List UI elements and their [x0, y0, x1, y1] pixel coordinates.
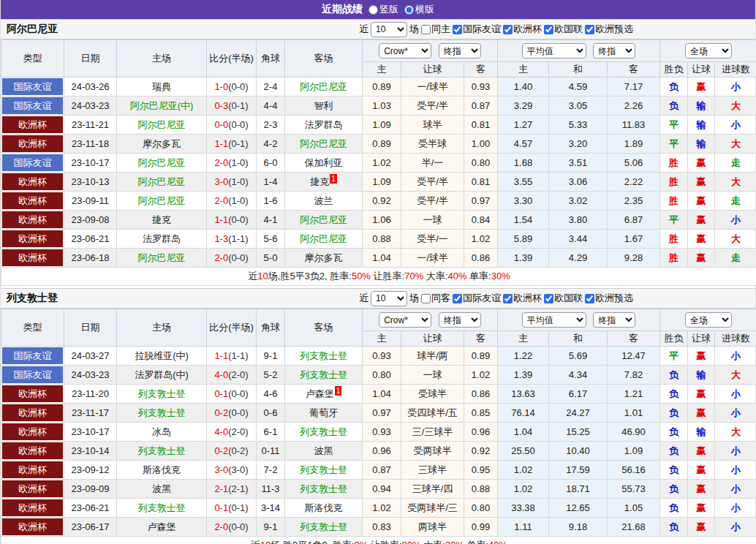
layout-option-vertical[interactable]: 竖版: [368, 3, 398, 16]
match-type-cell: 国际友谊: [1, 366, 64, 385]
half-time-score: (0-2): [228, 445, 248, 456]
comp-filter-nationsleague[interactable]: 欧国联: [544, 23, 583, 36]
same-venue-checkbox[interactable]: [421, 294, 431, 303]
scope-select[interactable]: 全场: [685, 312, 732, 328]
avg-home-odds: 25.50: [498, 442, 549, 461]
eurocup-checkbox[interactable]: [503, 294, 513, 303]
result-wdl: 负: [660, 404, 688, 423]
match-type-cell: 欧洲杯: [1, 404, 64, 423]
avg-draw-odds: 3.06: [549, 173, 608, 192]
competition-badge: 欧洲杯: [2, 385, 63, 402]
euroqualifier-checkbox[interactable]: [585, 294, 594, 303]
nationsleague-checkbox[interactable]: [544, 294, 553, 303]
odds-source-select[interactable]: Crow*: [379, 312, 431, 328]
home-odds: 0.93: [363, 423, 401, 442]
away-odds: 0.86: [464, 385, 498, 404]
handicap-line: 受平/半: [401, 97, 464, 116]
same-venue-checkbox[interactable]: [421, 25, 431, 34]
match-date: 23-11-20: [64, 385, 117, 404]
avg-stage-select[interactable]: 终指: [593, 312, 635, 328]
section-albania: 阿尔巴尼亚 近 10 场 同主 国际友谊 欧洲杯: [1, 19, 755, 286]
red-card-badge: 1: [330, 174, 337, 184]
summary-text: 大率:: [421, 540, 445, 544]
away-odds: 0.84: [464, 211, 498, 230]
top-bar: 近期战绩 竖版 横版: [1, 0, 755, 19]
comp-filter-euroqualifier[interactable]: 欧洲预选: [585, 292, 633, 305]
handicap-line: 一球: [401, 211, 464, 230]
result-wdl: 负: [660, 518, 688, 537]
col-result-goals: 进球数: [715, 62, 756, 78]
away-team-name: 法罗群岛: [305, 119, 343, 130]
avg-away-odds: 1.09: [608, 442, 660, 461]
summary-text: 近: [248, 271, 257, 282]
euroqualifier-checkbox[interactable]: [585, 25, 594, 34]
odds-stage-select[interactable]: 终指: [439, 43, 481, 58]
same-venue-label: 同客: [431, 292, 450, 305]
odds-stage-select[interactable]: 终指: [439, 312, 481, 328]
match-row: 国际友谊24-03-27拉脱维亚(中)1-1(1-1)9-1列支敦士登0.93球…: [1, 347, 756, 366]
corner-cell: 4-1: [257, 211, 285, 230]
match-date: 23-06-21: [64, 499, 117, 518]
result-group-header: 全场: [660, 309, 756, 331]
match-row: 欧洲杯23-11-17列支敦士登0-2(0-0)0-6葡萄牙0.97受四球半/五…: [1, 404, 756, 423]
friendly-checkbox[interactable]: [453, 25, 462, 34]
scope-select[interactable]: 全场: [685, 43, 732, 58]
avg-source-select[interactable]: 平均值: [522, 43, 586, 58]
eurocup-checkbox[interactable]: [503, 25, 513, 34]
same-venue-option[interactable]: 同客: [421, 292, 450, 305]
comp-filter-eurocup[interactable]: 欧洲杯: [503, 292, 542, 305]
near-label: 近: [359, 23, 368, 36]
avg-away-odds: 6.87: [608, 211, 660, 230]
friendly-checkbox[interactable]: [453, 294, 462, 303]
away-odds: 0.92: [464, 442, 498, 461]
vertical-layout-radio[interactable]: [368, 5, 378, 15]
full-time-score: 2-1: [214, 483, 228, 494]
layout-option-horizontal[interactable]: 横版: [404, 3, 434, 16]
away-odds: 0.96: [464, 423, 498, 442]
match-date: 23-11-18: [64, 135, 117, 154]
away-team-cell: 斯洛伐克: [285, 499, 363, 518]
half-time-score: (2-1): [228, 483, 248, 494]
avg-stage-select[interactable]: 终指: [593, 43, 635, 58]
filter-bar: 近 10 场 同主 国际友谊 欧洲杯 欧国联: [359, 22, 633, 37]
home-odds: 1.03: [363, 97, 401, 116]
away-odds: 0.80: [464, 499, 498, 518]
corner-cell: 4-4: [257, 97, 285, 116]
match-count-select[interactable]: 10: [371, 291, 407, 306]
result-handicap: 赢: [688, 154, 715, 173]
match-date: 23-11-21: [64, 116, 117, 135]
result-group-header: 全场: [660, 40, 756, 62]
avg-source-select[interactable]: 平均值: [522, 312, 586, 328]
away-odds: 0.95: [464, 461, 498, 480]
competition-badge: 欧洲杯: [2, 480, 63, 497]
home-team-cell: 列支敦士登: [117, 499, 207, 518]
comp-filter-nationsleague[interactable]: 欧国联: [544, 292, 583, 305]
corner-cell: 2-4: [257, 78, 285, 97]
match-table-body: 国际友谊24-03-27拉脱维亚(中)1-1(1-1)9-1列支敦士登0.93球…: [1, 347, 756, 537]
home-odds: 1.04: [363, 249, 401, 268]
avg-home-odds: 1.22: [498, 347, 549, 366]
comp-filter-euroqualifier[interactable]: 欧洲预选: [585, 23, 633, 36]
col-avg-away: 客: [608, 331, 660, 347]
comp-filter-friendly[interactable]: 国际友谊: [453, 23, 501, 36]
half-time-score: (0-1): [228, 502, 248, 513]
home-team-name: 法罗群岛: [143, 233, 181, 244]
nationsleague-checkbox[interactable]: [544, 25, 553, 34]
same-venue-option[interactable]: 同主: [421, 23, 450, 36]
result-handicap: 赢: [688, 347, 715, 366]
near-label: 近: [359, 292, 368, 305]
match-count-select[interactable]: 10: [371, 22, 407, 37]
avg-away-odds: 55.73: [608, 480, 660, 499]
odds-source-select[interactable]: Crow*: [379, 43, 431, 58]
away-odds: 0.85: [464, 404, 498, 423]
away-team-name: 列支敦士登: [300, 464, 347, 475]
score-cell: 4-0(2-0): [207, 423, 257, 442]
col-home: 主场: [117, 309, 207, 347]
away-odds: 0.86: [464, 249, 498, 268]
comp-filter-eurocup[interactable]: 欧洲杯: [503, 23, 542, 36]
away-team-name: 摩尔多瓦: [305, 252, 343, 263]
home-odds: 0.89: [363, 135, 401, 154]
comp-filter-friendly[interactable]: 国际友谊: [453, 292, 501, 305]
corner-cell: 5-0: [257, 249, 285, 268]
horizontal-layout-radio[interactable]: [404, 5, 414, 15]
